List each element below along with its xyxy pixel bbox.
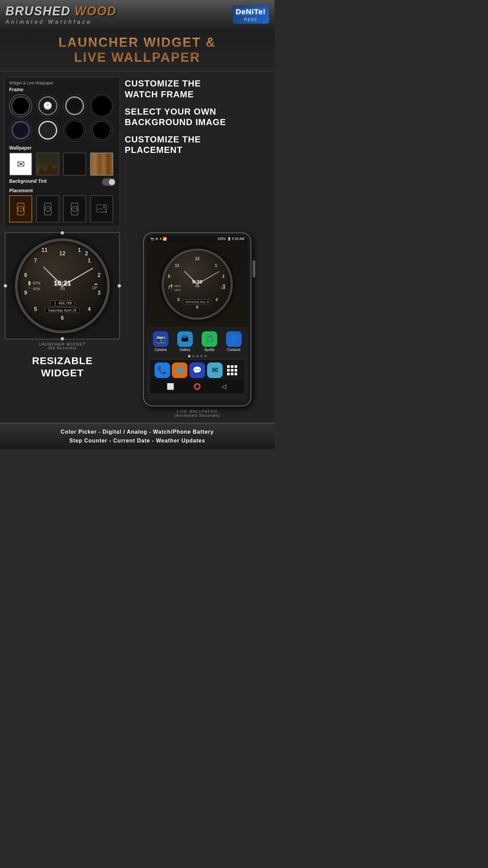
- frame-item-6[interactable]: [36, 119, 59, 142]
- hero-section: LAUNCHER WIDGET &LIVE WALLPAPER: [0, 28, 274, 72]
- wallpaper-wood[interactable]: [90, 153, 113, 176]
- dock-dots-grid: [227, 365, 237, 375]
- frame-item-1[interactable]: [9, 94, 32, 117]
- frame-ring-2: 🕐: [38, 96, 57, 115]
- p-num-6: 6: [196, 305, 199, 310]
- app-camera[interactable]: 📷 Camera: [150, 331, 171, 352]
- frame-item-2[interactable]: 🕐: [36, 94, 59, 117]
- footer-line1: Color Picker - Digital / Analog - Watch/…: [3, 428, 271, 436]
- app-contacts[interactable]: 👤 Contacts: [223, 331, 244, 352]
- wallpaper-section: Wallpaper ✉: [9, 145, 116, 176]
- resize-dot-top: [61, 231, 64, 235]
- frame-ring-7: [65, 121, 84, 140]
- dock-msg-icon[interactable]: 💬: [189, 362, 205, 378]
- nav-square[interactable]: ⬜: [166, 382, 175, 391]
- wallpaper-white[interactable]: ✉: [9, 153, 32, 176]
- placement-item-3[interactable]: [63, 195, 86, 222]
- app-spotify-label: Spotify: [204, 348, 215, 352]
- phone-mockup: 📷 ⚙ ✶ 📶 100% 🔋 9:30 AM 12 1 2 3 4: [143, 232, 251, 407]
- phone-watch-side-btn: [232, 288, 233, 293]
- svg-point-13: [103, 205, 105, 208]
- placement-icon-2: [43, 201, 53, 217]
- left-panel: Widget & Live Wallpaper Frame 🕐: [5, 77, 120, 227]
- phone-clock-weather: ☁ 11°: [221, 283, 225, 290]
- clock-num-3: 3: [98, 290, 101, 296]
- right-panel: CUSTOMIZE THEWATCH FRAME SELECT YOUR OWN…: [125, 77, 270, 227]
- frame-ring-5: [11, 121, 30, 140]
- frame-ring-4: [92, 96, 111, 115]
- clock-num-5: 5: [34, 306, 37, 312]
- phone-label: LIVE WALLPAPER (Animated Seconds): [174, 409, 220, 417]
- p-center-dot: [196, 283, 199, 285]
- p-num-4: 4: [216, 297, 218, 302]
- frame-ring-1: [11, 96, 30, 115]
- dock-apps-icon[interactable]: [224, 362, 240, 378]
- clock-num-9: 9: [24, 290, 27, 296]
- app-gallery[interactable]: 🏔 Gallery: [175, 331, 196, 352]
- app-camera-icon: 📷: [153, 331, 168, 347]
- phone-watch-area: 12 1 2 3 4 6 5 7 8 11: [147, 242, 248, 327]
- nav-back[interactable]: ◁: [220, 382, 228, 391]
- app-spotify[interactable]: 🎵 Spotify: [199, 331, 220, 352]
- phone-reflection: [147, 396, 248, 403]
- app-spotify-icon: 🎵: [202, 331, 217, 347]
- p-battery: 🔋 100%: [170, 284, 181, 288]
- phone-app-grid: 📷 Camera 🏔 Gallery 🎵 Spotify 👤: [150, 331, 244, 352]
- wallpaper-white-icon: ✉: [17, 159, 25, 170]
- dock-chrome-icon[interactable]: 🌐: [172, 362, 187, 378]
- header: BRUSHED WOOD Animated Watchface DeNiTe! …: [0, 0, 274, 28]
- clock-num-2b: 2: [85, 251, 88, 257]
- app-contacts-icon: 👤: [226, 331, 242, 347]
- feature-text-2: SELECT YOUR OWNBACKGROUND IMAGE: [125, 106, 270, 127]
- frame-item-4[interactable]: [90, 94, 113, 117]
- app-contacts-label: Contacts: [227, 348, 240, 352]
- phone-section: 📷 ⚙ ✶ 📶 100% 🔋 9:30 AM 12 1 2 3 4: [125, 232, 270, 417]
- bg-tint-label: Background Tint: [9, 178, 47, 184]
- bg-tint-row: Background Tint: [9, 178, 116, 186]
- frame-item-7[interactable]: [63, 119, 86, 142]
- resizable-widget-text: RESIZABLEWIDGET: [5, 355, 120, 379]
- phone-dock: 📞 🌐 💬 ✉: [150, 359, 244, 380]
- wallpaper-label: Wallpaper: [9, 145, 116, 151]
- frame-ring-8: [92, 121, 111, 140]
- placement-item-1[interactable]: [9, 195, 32, 222]
- app-title: BRUSHED WOOD: [5, 4, 117, 18]
- placement-icon-image: [97, 201, 107, 217]
- dot-5: [204, 355, 207, 357]
- phone-date-badge: Wednesday May, 30: [183, 300, 211, 304]
- phone-clock-stats: 🔋 100% 📱 100%: [170, 284, 181, 292]
- clock-stats: 🔋 87% 📱 92%: [27, 280, 40, 292]
- launcher-clock-container: 12 1 2 3 4 6 5 9 8 7 2 11 1: [15, 238, 110, 333]
- placement-item-image[interactable]: [90, 195, 113, 222]
- phone-battery-stat: 📱 92%: [27, 286, 40, 292]
- app-camera-label: Camera: [155, 348, 167, 352]
- frame-item-5[interactable]: [9, 119, 32, 142]
- dot-2: [192, 355, 195, 357]
- dot-1: [188, 355, 190, 357]
- main-content: Widget & Live Wallpaper Frame 🕐: [0, 72, 274, 232]
- hero-title: LAUNCHER WIDGET &LIVE WALLPAPER: [3, 35, 271, 65]
- placement-icon-3: [69, 201, 80, 217]
- weather-icon: ☁: [92, 281, 98, 286]
- frame-item-8[interactable]: [90, 119, 113, 142]
- p-num-2: 2: [222, 274, 225, 279]
- clock-num-2: 2: [98, 272, 101, 278]
- steps-badge: 🚶 456,789: [50, 300, 75, 306]
- bg-tint-toggle[interactable]: [102, 178, 116, 186]
- wallpaper-empty[interactable]: [63, 153, 86, 176]
- p-num-11: 11: [175, 263, 179, 268]
- clock-weather: ☁ 10°: [92, 281, 98, 290]
- phone-volume-button: [252, 260, 255, 277]
- nav-circle[interactable]: ⭕: [193, 382, 201, 391]
- frame-item-3[interactable]: [63, 94, 86, 117]
- temperature: 10°: [92, 286, 98, 290]
- launcher-label: LAUNCHER WIDGET (No Seconds): [5, 342, 120, 350]
- dock-mail-icon[interactable]: ✉: [207, 362, 223, 378]
- clock-num-6: 6: [61, 315, 64, 321]
- resize-dot-bottom: [61, 337, 64, 340]
- app-gallery-icon: 🏔: [177, 331, 193, 347]
- dock-phone-icon[interactable]: 📞: [155, 362, 170, 378]
- dot-3: [196, 355, 199, 357]
- placement-item-2[interactable]: [36, 195, 59, 222]
- wallpaper-mountain[interactable]: [36, 153, 59, 176]
